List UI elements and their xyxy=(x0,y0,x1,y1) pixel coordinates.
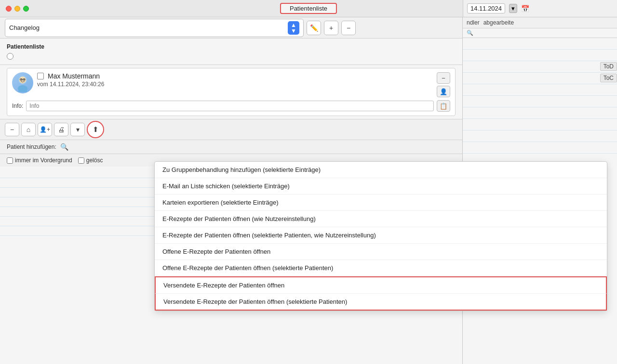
col-header-ndler: ndler xyxy=(467,19,480,26)
patient-add-row: Patient hinzufügen: 🔍 xyxy=(0,140,462,154)
printer-icon: 🖨 xyxy=(58,126,65,133)
plus-icon: + xyxy=(329,24,333,32)
patient-info: Max Mustermann vom 14.11.2024, 23:40:26 xyxy=(37,72,433,88)
clipboard-button[interactable]: 📋 xyxy=(437,100,450,112)
deleted-checkbox[interactable]: gelösc xyxy=(78,157,103,164)
changelog-select[interactable]: Changelog ▲ ▼ xyxy=(5,19,304,37)
person-icon-button[interactable]: 👤 xyxy=(437,86,450,97)
home-icon: ⌂ xyxy=(27,126,30,133)
right-line-10 xyxy=(463,142,617,154)
right-line-7 xyxy=(463,107,617,119)
patient-entry: Max Mustermann vom 14.11.2024, 23:40:26 … xyxy=(7,68,456,116)
info-input[interactable] xyxy=(26,101,434,111)
dropdown-item-6[interactable]: Offene E-Rezepte der Patienten öffnen (s… xyxy=(155,260,607,276)
bottom-toolbar: − ⌂ 👤+ 🖨 ▾ ⬆ xyxy=(0,119,462,140)
right-line-1 xyxy=(463,38,617,50)
radio-row xyxy=(7,53,456,60)
patient-list-section: Patientenliste xyxy=(0,39,462,65)
traffic-lights[interactable] xyxy=(6,6,29,12)
minus-icon: − xyxy=(347,24,350,32)
clipboard-icon: 📋 xyxy=(440,103,447,110)
dropdown-menu: Zu Gruppenbehandlung hinzufügen (selekti… xyxy=(154,161,607,311)
person-add-icon: 👤+ xyxy=(40,126,50,133)
patient-date: vom 14.11.2024, 23:40:26 xyxy=(37,81,433,88)
right-line-3: ToD xyxy=(463,61,617,73)
patient-name: Max Mustermann xyxy=(48,72,100,80)
print-toolbar-button[interactable]: 🖨 xyxy=(54,123,68,136)
dropdown-item-1[interactable]: E-Mail an Liste schicken (selektierte Ei… xyxy=(155,178,607,195)
share-icon: ⬆ xyxy=(93,125,99,134)
minus-icon: − xyxy=(10,126,14,133)
info-label: Info: xyxy=(12,103,23,109)
patient-add-label: Patient hinzufügen: xyxy=(7,143,56,150)
add-button[interactable]: + xyxy=(324,21,338,35)
patient-name-row: Max Mustermann xyxy=(37,72,433,80)
right-search-row: 🔍 xyxy=(463,28,617,38)
always-foreground-checkbox[interactable]: immer im Vordergrund xyxy=(7,157,72,164)
person-add-toolbar-button[interactable]: 👤+ xyxy=(38,123,52,136)
minimize-button[interactable] xyxy=(14,6,20,12)
dropdown-item-3[interactable]: E-Rezepte der Patienten öffnen (wie Nutz… xyxy=(155,211,607,227)
tod-badge-2: ToC xyxy=(600,74,617,82)
patient-checkbox[interactable] xyxy=(37,73,44,79)
date-display: 14.11.2024 xyxy=(467,3,505,13)
chevron-down-icon: ▾ xyxy=(76,126,80,133)
date-chevron-button[interactable]: ▾ xyxy=(509,4,517,13)
section-title: Patientenliste xyxy=(7,43,456,50)
pencil-icon: ✏️ xyxy=(310,24,318,32)
svg-point-2 xyxy=(21,79,22,80)
minus-toolbar-button[interactable]: − xyxy=(5,123,19,136)
avatar xyxy=(12,72,33,93)
col-header-abgearbeite: abgearbeite xyxy=(483,19,514,26)
home-toolbar-button[interactable]: ⌂ xyxy=(21,123,36,136)
patient-header: Max Mustermann vom 14.11.2024, 23:40:26 … xyxy=(12,72,450,97)
tod-badge-1: ToD xyxy=(600,62,617,71)
changelog-chevron-icon[interactable]: ▲ ▼ xyxy=(288,21,299,35)
deleted-label: gelösc xyxy=(86,157,103,164)
right-col-header: ndler abgearbeite xyxy=(463,17,617,28)
maximize-button[interactable] xyxy=(23,6,29,12)
always-foreground-input[interactable] xyxy=(7,157,13,164)
deleted-input[interactable] xyxy=(78,157,84,164)
top-toolbar: Changelog ▲ ▼ ✏️ + − xyxy=(0,17,462,39)
dropdown-item-7[interactable]: Versendete E-Rezepte der Patienten öffne… xyxy=(155,276,607,293)
search-icon-right[interactable]: 🔍 xyxy=(467,30,473,36)
close-button[interactable] xyxy=(6,6,12,12)
right-line-4: ToC xyxy=(463,73,617,84)
dropdown-item-5[interactable]: Offene E-Rezepte der Patienten öffnen xyxy=(155,244,607,260)
right-line-6 xyxy=(463,96,617,107)
changelog-label: Changelog xyxy=(9,24,285,31)
dropdown-item-8[interactable]: Versendete E-Rezepte der Patienten öffne… xyxy=(155,293,607,311)
patient-actions: − 👤 xyxy=(437,72,450,97)
dropdown-item-0[interactable]: Zu Gruppenbehandlung hinzufügen (selekti… xyxy=(155,162,607,178)
chevron-down-toolbar-button[interactable]: ▾ xyxy=(70,123,85,136)
person-icon: 👤 xyxy=(440,88,447,95)
remove-patient-button[interactable]: − xyxy=(437,72,450,84)
right-line-2 xyxy=(463,50,617,61)
svg-point-3 xyxy=(24,79,25,80)
info-row: Info: 📋 xyxy=(12,100,450,112)
edit-button[interactable]: ✏️ xyxy=(307,21,321,35)
share-toolbar-button[interactable]: ⬆ xyxy=(87,121,104,138)
window-title: Patientenliste xyxy=(280,3,337,14)
remove-button[interactable]: − xyxy=(341,21,356,35)
right-line-9 xyxy=(463,130,617,142)
titlebar: Patientenliste 14.11.2024 ▾ 📅 xyxy=(0,0,617,17)
right-line-8 xyxy=(463,119,617,130)
right-header: 14.11.2024 ▾ 📅 xyxy=(463,0,617,17)
always-foreground-label: immer im Vordergrund xyxy=(15,157,72,164)
minus-icon: − xyxy=(442,75,445,82)
dropdown-item-4[interactable]: E-Rezepte der Patienten öffnen (selektie… xyxy=(155,227,607,244)
calendar-icon[interactable]: 📅 xyxy=(521,5,529,13)
radio-button[interactable] xyxy=(7,53,13,60)
dropdown-item-2[interactable]: Karteien exportieren (selektierte Einträ… xyxy=(155,195,607,211)
search-icon[interactable]: 🔍 xyxy=(60,143,68,151)
right-line-5 xyxy=(463,84,617,96)
